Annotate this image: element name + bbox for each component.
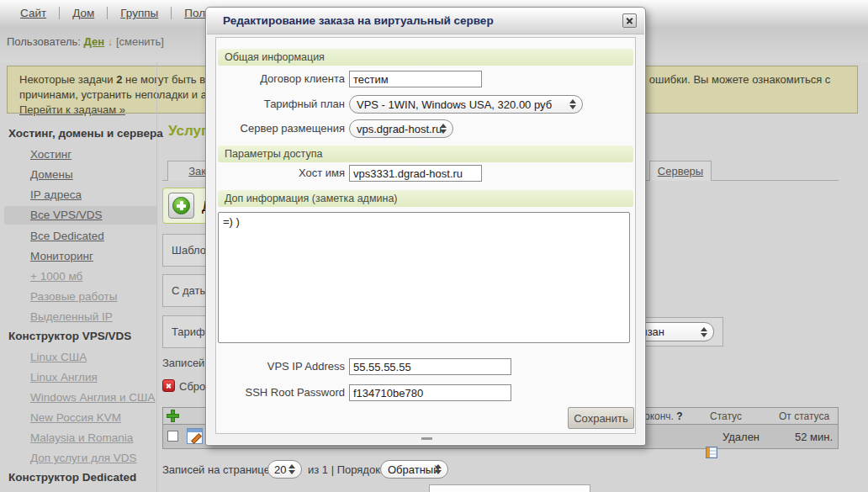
section-admin-note: Доп информация (заметка админа) <box>218 190 633 207</box>
sidebar-item-linux-england[interactable]: Linux Англия <box>30 371 98 384</box>
nav-item-home[interactable]: Дом <box>72 7 94 19</box>
user-bar: Пользователь: Ден ↓ [сменить] <box>7 35 164 48</box>
reset-x-icon[interactable] <box>162 379 175 392</box>
select-spinner-icon <box>288 464 295 474</box>
page-of-label: из 1 | Порядок: <box>308 463 383 476</box>
ssh-password-input[interactable] <box>349 384 511 401</box>
edit-order-dialog: Редактирование заказа на виртуальный сер… <box>205 7 646 446</box>
app-window: Сайт Дом Группы Пользователи Пользовател… <box>0 0 868 492</box>
per-page-select[interactable]: 20 <box>267 460 302 479</box>
edit-icon[interactable] <box>187 428 203 444</box>
plus-circle-icon <box>172 197 190 214</box>
admin-note-textarea[interactable]: =) ) <box>218 212 630 343</box>
sidebar-item-vds-extra-services[interactable]: Доп услуги для VDS <box>30 452 137 464</box>
records-count-label: Записей <box>162 357 204 369</box>
plan-label: Тарифный план <box>216 96 345 113</box>
username-link[interactable]: Ден <box>84 35 105 48</box>
sidebar-item-malaysia-romania[interactable]: Malaysia и Romania <box>30 431 133 444</box>
go-to-tasks-link[interactable]: Перейти к задачам » <box>19 103 125 116</box>
column-from-status: От статуса <box>779 410 829 422</box>
order-select[interactable]: Обратный <box>380 460 448 479</box>
sidebar-section-dedicated-constructor-title: Конструктор Dedicated <box>8 471 136 484</box>
sidebar-section-vps-constructor-title: Конструктор VPS/VDS <box>8 330 131 342</box>
sidebar-section-hosting-title: Хостинг, домены и сервера <box>8 127 163 140</box>
section-access-params: Параметры доступа <box>218 145 633 162</box>
sidebar-item-all-vps[interactable]: Все VPS/VDS <box>30 209 103 221</box>
row-checkbox[interactable] <box>167 431 178 442</box>
warning-line1-right: и ошибки. Вы можете ознакомиться с <box>640 72 830 87</box>
server-select[interactable]: vps.dgrad-host.ru <box>349 119 453 138</box>
arrow-down-icon: ↓ <box>108 35 114 48</box>
dialog-resize-handle[interactable] <box>421 437 432 440</box>
contract-input[interactable] <box>349 71 482 87</box>
warning-task-count: 2 <box>116 73 122 86</box>
add-cross-icon[interactable] <box>167 410 179 422</box>
bottom-popup-edge <box>429 484 590 492</box>
change-user-link[interactable]: [сменить] <box>116 35 164 48</box>
nav-item-site[interactable]: Сайт <box>20 7 46 19</box>
sidebar-item-windows-england-usa[interactable]: Windows Англия и США <box>30 391 156 404</box>
column-end-date: оконч. ? <box>644 410 683 422</box>
plan-select[interactable]: VPS - 1WIN, Windows USA, 320.00 руб <box>349 95 583 114</box>
help-question-icon[interactable]: ? <box>676 410 682 422</box>
ssh-password-label: SSH Root Password <box>216 384 345 401</box>
status-deleted-icon <box>706 447 717 458</box>
sidebar-item-new-russia-kvm[interactable]: New Россия KVM <box>30 411 121 424</box>
hostname-label: Хост имя <box>216 165 345 182</box>
contract-label: Договор клиента <box>216 71 345 87</box>
hostname-input[interactable] <box>349 165 482 182</box>
user-label: Пользователь: <box>7 35 81 48</box>
select-spinner-icon <box>439 124 447 134</box>
dialog-title: Редактирование заказа на виртуальный сер… <box>223 14 494 27</box>
nav-separator <box>171 7 172 19</box>
sidebar-item-monitoring[interactable]: Мониторинг <box>30 250 93 262</box>
nav-separator <box>59 7 60 19</box>
sidebar-item-ip-addresses[interactable]: IP адреса <box>30 188 82 201</box>
per-page-label: Записей на странице: <box>162 463 273 476</box>
sidebar-item-dedicated-ip[interactable]: Выделенный IP <box>30 310 113 323</box>
select-spinner-icon <box>569 99 576 109</box>
sidebar-item-linux-usa[interactable]: Linux США <box>30 351 87 363</box>
sidebar-item-all-dedicated[interactable]: Все Dedicated <box>30 230 104 242</box>
sidebar-item-domains[interactable]: Домены <box>30 168 73 181</box>
save-button[interactable]: Сохранить <box>568 407 634 429</box>
server-label: Сервер размещения <box>216 120 345 137</box>
sidebar-item-hosting[interactable]: Хостинг <box>30 148 71 161</box>
vps-ip-label: VPS IP Address <box>216 358 345 375</box>
dialog-body: Общая информация Договор клиента Тарифны… <box>215 37 636 434</box>
nav-separator <box>107 7 108 19</box>
row-status-text: Удален <box>722 431 760 443</box>
close-icon[interactable] <box>622 13 637 28</box>
tab-servers[interactable]: Серверы <box>649 161 712 181</box>
select-spinner-icon <box>434 464 442 474</box>
add-order-button[interactable] <box>168 193 194 219</box>
sidebar-item-1000mb[interactable]: + 1000 мб <box>30 270 82 283</box>
row-from-status-text: 52 мин. <box>777 431 833 443</box>
nav-item-groups[interactable]: Группы <box>120 7 158 19</box>
column-status: Статус <box>710 410 742 422</box>
sidebar-item-one-time-works[interactable]: Разовые работы <box>30 290 117 303</box>
select-spinner-icon <box>700 327 707 337</box>
section-general-info: Общая информация <box>218 49 633 66</box>
dialog-titlebar[interactable]: Редактирование заказа на виртуальный сер… <box>207 8 644 34</box>
vps-ip-input[interactable] <box>349 358 511 375</box>
